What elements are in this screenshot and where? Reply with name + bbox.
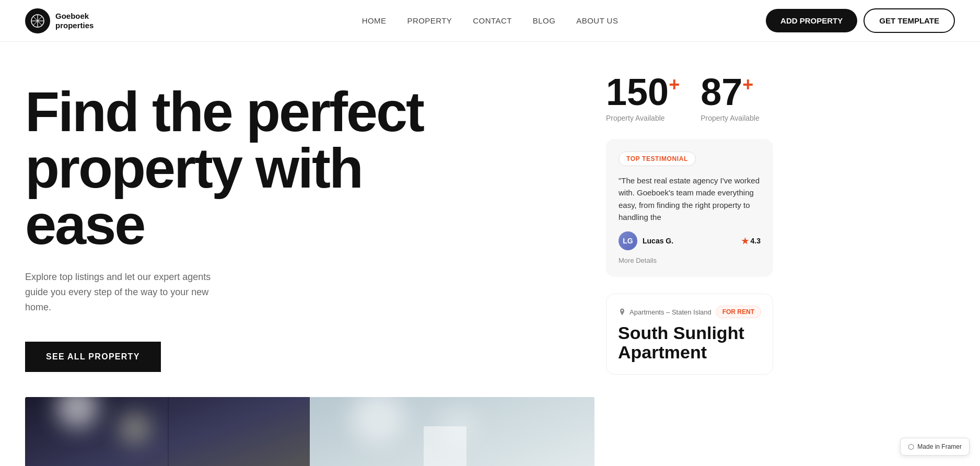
stat-150-number: 150+	[606, 73, 680, 111]
testimonial-author: LG Lucas G. ★ 4.3	[619, 231, 761, 250]
author-left: LG Lucas G.	[619, 231, 673, 250]
property-name: South SunlightApartment	[618, 323, 761, 363]
nav-contact[interactable]: CONTACT	[473, 16, 512, 25]
right-panel: 150+ Property Available 87+ Property Ava…	[596, 42, 794, 466]
logo[interactable]: Goeboek properties	[25, 8, 94, 33]
property-meta: Apartments – Staten Island FOR RENT	[618, 306, 761, 318]
main-layout: Find the perfect property with ease Expl…	[0, 42, 980, 466]
author-avatar: LG	[619, 231, 637, 250]
get-template-button[interactable]: GET TEMPLATE	[864, 8, 955, 33]
nav-property[interactable]: PROPERTY	[407, 16, 452, 25]
hero-title: Find the perfect property with ease	[25, 84, 495, 253]
nav-blog[interactable]: BLOG	[533, 16, 555, 25]
left-content: Find the perfect property with ease Expl…	[0, 42, 596, 466]
location-icon	[618, 308, 626, 316]
more-details-link[interactable]: More Details	[619, 257, 761, 264]
framer-badge[interactable]: ⬡ Made in Framer	[900, 438, 970, 456]
logo-icon	[25, 8, 50, 33]
stat-150-label: Property Available	[606, 114, 680, 122]
framer-label: Made in Framer	[917, 443, 962, 450]
hero-image	[25, 397, 594, 466]
author-rating: ★ 4.3	[741, 236, 761, 246]
nav-about[interactable]: ABOUT US	[576, 16, 618, 25]
hero-image-bg	[25, 397, 594, 466]
framer-icon: ⬡	[908, 442, 914, 451]
logo-text: Goeboek properties	[55, 11, 94, 30]
hero-img-right	[310, 397, 594, 466]
testimonial-card: TOP TESTIMONIAL "The best real estate ag…	[606, 139, 773, 277]
stat-87-plus: +	[742, 75, 753, 94]
stat-87-label: Property Available	[701, 114, 760, 122]
stat-87: 87+ Property Available	[701, 73, 760, 122]
property-card: Apartments – Staten Island FOR RENT Sout…	[606, 294, 773, 375]
stat-87-number: 87+	[701, 73, 760, 111]
stat-150-plus: +	[669, 75, 680, 94]
nav-actions: ADD PROPERTY GET TEMPLATE	[766, 8, 955, 33]
stats-row: 150+ Property Available 87+ Property Ava…	[606, 73, 773, 122]
hero-subtitle: Explore top listings and let our expert …	[25, 270, 213, 314]
stat-150: 150+ Property Available	[606, 73, 680, 122]
star-icon: ★	[741, 236, 749, 246]
for-rent-badge: FOR RENT	[716, 306, 761, 318]
nav-home[interactable]: HOME	[362, 16, 387, 25]
see-all-button[interactable]: SEE ALL PROPERTY	[25, 342, 161, 372]
nav-links: HOME PROPERTY CONTACT BLOG ABOUT US	[362, 16, 619, 26]
hero-img-left	[25, 397, 310, 466]
property-type: Apartments – Staten Island	[618, 308, 711, 316]
navbar: Goeboek properties HOME PROPERTY CONTACT…	[0, 0, 980, 42]
author-name: Lucas G.	[643, 237, 673, 245]
testimonial-badge: TOP TESTIMONIAL	[619, 152, 696, 166]
testimonial-text: "The best real estate agency I've worked…	[619, 174, 761, 223]
add-property-button[interactable]: ADD PROPERTY	[766, 9, 857, 32]
